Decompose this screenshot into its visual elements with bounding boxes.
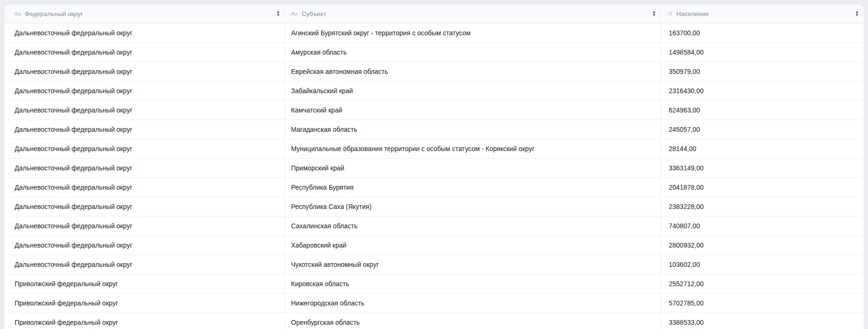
cell-subject[interactable]: Республика Бурятия (285, 178, 661, 197)
text-type-icon: Aa (291, 11, 298, 16)
cell-federal-district[interactable]: Дальневосточный федеральный округ (4, 159, 285, 177)
cell-text: 740807,00 (669, 222, 700, 230)
table-row[interactable]: Дальневосточный федеральный округ Забайк… (4, 81, 864, 101)
table-row[interactable]: Приволжский федеральный округ Нижегородс… (4, 294, 864, 313)
table-row[interactable]: Дальневосточный федеральный округ Респуб… (4, 197, 864, 217)
cell-text: Нижегородская область (291, 299, 365, 307)
table-row[interactable]: Дальневосточный федеральный округ Амурск… (4, 43, 864, 62)
cell-subject[interactable]: Забайкальский край (285, 81, 661, 100)
cell-text: Дальневосточный федеральный округ (15, 29, 132, 37)
cell-text: Дальневосточный федеральный округ (15, 145, 132, 152)
cell-text: Амурская область (291, 48, 347, 56)
cell-federal-district[interactable]: Приволжский федеральный округ (4, 313, 285, 329)
cell-text: Дальневосточный федеральный округ (15, 241, 132, 249)
table-row[interactable]: Дальневосточный федеральный округ Примор… (4, 159, 864, 178)
cell-text: 5702785,00 (669, 299, 704, 307)
cell-text: 2383228,00 (669, 203, 704, 210)
cell-text: 2800932,00 (669, 241, 704, 249)
cell-text: 624963,00 (669, 106, 700, 114)
cell-text: Приволжский федеральный округ (15, 280, 118, 288)
cell-population[interactable]: 3388533,00 (661, 313, 864, 329)
cell-text: 163700,00 (669, 29, 700, 37)
cell-federal-district[interactable]: Приволжский федеральный округ (4, 294, 285, 313)
cell-population[interactable]: 163700,00 (661, 24, 864, 42)
cell-subject[interactable]: Республика Саха (Якутия) (285, 197, 661, 216)
cell-text: Магаданская область (291, 126, 357, 133)
cell-subject[interactable]: Чукотский автономный округ (285, 255, 661, 274)
column-header-population[interactable]: # Население ▲ ▼ (661, 4, 864, 23)
table-row[interactable]: Дальневосточный федеральный округ Агинск… (4, 24, 864, 43)
column-header-subject[interactable]: Aa Субъект ▲ ▼ (285, 4, 661, 23)
cell-federal-district[interactable]: Дальневосточный федеральный округ (4, 178, 285, 197)
cell-subject[interactable]: Камчатский край (285, 101, 661, 120)
cell-subject[interactable]: Сахалинская область (285, 217, 661, 235)
cell-population[interactable]: 1498584,00 (661, 43, 864, 62)
cell-text: Приволжский федеральный округ (15, 299, 118, 307)
cell-federal-district[interactable]: Дальневосточный федеральный округ (4, 255, 285, 274)
cell-subject[interactable]: Агинский Бурятский округ - территория с … (285, 24, 661, 42)
cell-text: Дальневосточный федеральный округ (15, 261, 132, 268)
cell-population[interactable]: 2552712,00 (661, 274, 864, 293)
table-body: Дальневосточный федеральный округ Агинск… (4, 24, 864, 329)
cell-population[interactable]: 2316430,00 (661, 81, 864, 100)
cell-federal-district[interactable]: Дальневосточный федеральный округ (4, 139, 285, 158)
table-row[interactable]: Дальневосточный федеральный округ Сахали… (4, 217, 864, 236)
cell-federal-district[interactable]: Приволжский федеральный округ (4, 274, 285, 293)
cell-federal-district[interactable]: Дальневосточный федеральный округ (4, 24, 285, 42)
cell-subject[interactable]: Хабаровский край (285, 236, 661, 255)
cell-subject[interactable]: Еврейская автономная область (285, 62, 661, 81)
cell-federal-district[interactable]: Дальневосточный федеральный округ (4, 43, 285, 62)
table-row[interactable]: Приволжский федеральный округ Кировская … (4, 274, 864, 294)
table-row[interactable]: Дальневосточный федеральный округ Еврейс… (4, 62, 864, 81)
cell-federal-district[interactable]: Дальневосточный федеральный округ (4, 217, 285, 235)
cell-subject[interactable]: Амурская область (285, 43, 661, 62)
cell-population[interactable]: 3363149,00 (661, 159, 864, 177)
cell-federal-district[interactable]: Дальневосточный федеральный округ (4, 197, 285, 216)
cell-federal-district[interactable]: Дальневосточный федеральный округ (4, 101, 285, 120)
cell-subject[interactable]: Оренбургская область (285, 313, 661, 329)
cell-population[interactable]: 28144,00 (661, 139, 864, 158)
cell-population[interactable]: 103602,00 (661, 255, 864, 274)
cell-subject[interactable]: Магаданская область (285, 120, 661, 139)
sort-control-subject[interactable]: ▲ ▼ (652, 10, 656, 17)
cell-population[interactable]: 2041878,00 (661, 178, 864, 197)
table-row[interactable]: Дальневосточный федеральный округ Чукотс… (4, 255, 864, 274)
cell-population[interactable]: 350979,00 (661, 62, 864, 81)
cell-text: Республика Саха (Якутия) (291, 203, 372, 210)
cell-federal-district[interactable]: Дальневосточный федеральный округ (4, 62, 285, 81)
cell-text: 103602,00 (669, 261, 700, 268)
cell-population[interactable]: 5702785,00 (661, 294, 864, 313)
cell-population[interactable]: 2800932,00 (661, 236, 864, 255)
cell-population[interactable]: 740807,00 (661, 217, 864, 235)
cell-subject[interactable]: Нижегородская область (285, 294, 661, 313)
table-row[interactable]: Дальневосточный федеральный округ Муници… (4, 139, 864, 159)
cell-text: Дальневосточный федеральный округ (15, 184, 132, 191)
cell-subject[interactable]: Муниципальные образования территории с о… (285, 139, 661, 158)
sort-desc-icon: ▼ (653, 14, 655, 16)
cell-text: Дальневосточный федеральный округ (15, 222, 132, 230)
cell-population[interactable]: 2383228,00 (661, 197, 864, 216)
cell-population[interactable]: 624963,00 (661, 101, 864, 120)
data-table: Aa Федеральный округ ▲ ▼ Aa Субъект ▲ ▼ … (4, 4, 864, 329)
table-row[interactable]: Дальневосточный федеральный округ Хабаро… (4, 236, 864, 255)
cell-subject[interactable]: Приморский край (285, 159, 661, 177)
sort-control-population[interactable]: ▲ ▼ (855, 10, 859, 17)
cell-text: 245057,00 (669, 126, 700, 133)
cell-text: Оренбургская область (291, 319, 360, 326)
cell-text: Хабаровский край (291, 241, 347, 249)
table-row[interactable]: Дальневосточный федеральный округ Камчат… (4, 101, 864, 120)
cell-federal-district[interactable]: Дальневосточный федеральный округ (4, 120, 285, 139)
cell-federal-district[interactable]: Дальневосточный федеральный округ (4, 236, 285, 255)
cell-population[interactable]: 245057,00 (661, 120, 864, 139)
cell-subject[interactable]: Кировская область (285, 274, 661, 293)
column-label-population: Население (676, 10, 709, 17)
cell-text: Дальневосточный федеральный округ (15, 48, 132, 56)
cell-text: Камчатский край (291, 106, 342, 114)
cell-federal-district[interactable]: Дальневосточный федеральный округ (4, 81, 285, 100)
table-row[interactable]: Дальневосточный федеральный округ Магада… (4, 120, 864, 139)
sort-control-federal-district[interactable]: ▲ ▼ (276, 10, 280, 17)
cell-text: Республика Бурятия (291, 184, 353, 191)
column-header-federal-district[interactable]: Aa Федеральный округ ▲ ▼ (4, 4, 285, 23)
table-row[interactable]: Дальневосточный федеральный округ Респуб… (4, 178, 864, 197)
table-row[interactable]: Приволжский федеральный округ Оренбургск… (4, 313, 864, 329)
